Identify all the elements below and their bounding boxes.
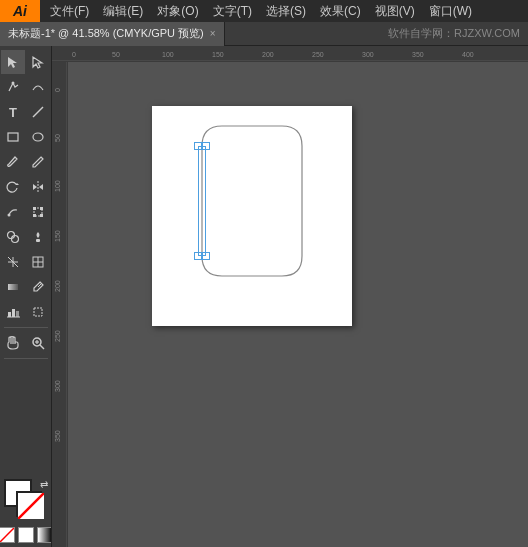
tool-row-graph — [1, 300, 50, 324]
live-paint-tool[interactable] — [26, 225, 50, 249]
color-area: ⇄ — [0, 479, 52, 543]
svg-rect-25 — [8, 284, 18, 290]
tool-row-shapebuilder — [1, 225, 50, 249]
svg-point-2 — [12, 82, 15, 85]
ellipse-tool[interactable] — [26, 125, 50, 149]
pencil-tool[interactable] — [26, 150, 50, 174]
svg-rect-15 — [40, 214, 43, 217]
mesh-tool[interactable] — [26, 250, 50, 274]
stroke-color[interactable] — [16, 491, 42, 517]
artboard-tool[interactable] — [26, 300, 50, 324]
svg-marker-1 — [33, 57, 42, 68]
tab-bar: 未标题-1* @ 41.58% (CMYK/GPU 预览) × 软件自学网：RJ… — [0, 22, 528, 46]
svg-line-38 — [0, 528, 14, 542]
free-transform-tool[interactable] — [26, 200, 50, 224]
menu-items: 文件(F) 编辑(E) 对象(O) 文字(T) 选择(S) 效果(C) 视图(V… — [40, 1, 478, 22]
color-options — [0, 527, 52, 543]
svg-rect-4 — [8, 133, 18, 141]
color-squares: ⇄ — [4, 479, 48, 523]
svg-text:250: 250 — [54, 330, 61, 342]
perspective-grid-tool[interactable] — [1, 250, 25, 274]
svg-rect-28 — [12, 309, 15, 317]
svg-rect-27 — [8, 312, 11, 317]
svg-text:0: 0 — [54, 88, 61, 92]
menu-type[interactable]: 文字(T) — [207, 1, 258, 22]
svg-marker-9 — [39, 184, 43, 190]
svg-point-5 — [33, 133, 43, 141]
gradient-tool[interactable] — [1, 275, 25, 299]
tool-row-type: T — [1, 100, 50, 124]
shape-builder-tool[interactable] — [1, 225, 25, 249]
svg-text:50: 50 — [54, 134, 61, 142]
tab-close-button[interactable]: × — [210, 28, 216, 39]
tool-row-gradient — [1, 275, 50, 299]
toolbar-divider — [4, 327, 48, 328]
type-tool[interactable]: T — [1, 100, 25, 124]
svg-point-16 — [8, 232, 15, 239]
menu-object[interactable]: 对象(O) — [151, 1, 204, 22]
color-option[interactable] — [18, 527, 34, 543]
main-layout: T — [0, 46, 528, 547]
eyedropper-tool[interactable] — [26, 275, 50, 299]
svg-text:350: 350 — [412, 51, 424, 58]
menu-window[interactable]: 窗口(W) — [423, 1, 478, 22]
svg-rect-13 — [40, 207, 43, 210]
column-graph-tool[interactable] — [1, 300, 25, 324]
svg-point-10 — [8, 214, 11, 217]
swap-colors-icon[interactable]: ⇄ — [40, 479, 48, 490]
svg-text:100: 100 — [162, 51, 174, 58]
active-tab[interactable]: 未标题-1* @ 41.58% (CMYK/GPU 预览) × — [0, 22, 225, 46]
selection-box — [198, 146, 206, 256]
none-option[interactable] — [0, 527, 15, 543]
canvas-area[interactable]: 0 50 100 150 200 250 300 350 400 0 50 10… — [52, 46, 528, 547]
menu-effect[interactable]: 效果(C) — [314, 1, 367, 22]
warp-tool[interactable] — [1, 200, 25, 224]
rect-tool[interactable] — [1, 125, 25, 149]
tool-row-brush — [1, 150, 50, 174]
svg-text:200: 200 — [54, 280, 61, 292]
tool-row-warp — [1, 200, 50, 224]
svg-text:350: 350 — [54, 430, 61, 442]
svg-text:400: 400 — [462, 51, 474, 58]
rotate-tool[interactable] — [1, 175, 25, 199]
artboard — [152, 106, 352, 326]
svg-line-33 — [40, 345, 44, 349]
menu-edit[interactable]: 编辑(E) — [97, 1, 149, 22]
zoom-tool[interactable] — [26, 331, 50, 355]
paintbrush-tool[interactable] — [1, 150, 25, 174]
svg-line-26 — [38, 284, 41, 287]
selection-tool[interactable] — [1, 50, 25, 74]
curvature-tool[interactable] — [26, 75, 50, 99]
menu-select[interactable]: 选择(S) — [260, 1, 312, 22]
svg-marker-8 — [33, 184, 37, 190]
tab-title: 未标题-1* @ 41.58% (CMYK/GPU 预览) — [8, 26, 204, 41]
menu-view[interactable]: 视图(V) — [369, 1, 421, 22]
hand-tool[interactable] — [1, 331, 25, 355]
svg-rect-31 — [34, 308, 42, 316]
svg-text:200: 200 — [262, 51, 274, 58]
line-tool[interactable] — [26, 100, 50, 124]
watermark: 软件自学网：RJZXW.COM — [388, 26, 528, 41]
svg-rect-14 — [33, 214, 36, 217]
svg-rect-12 — [33, 207, 36, 210]
svg-text:100: 100 — [54, 180, 61, 192]
app-logo: Ai — [0, 0, 40, 22]
direct-selection-tool[interactable] — [26, 50, 50, 74]
svg-text:50: 50 — [112, 51, 120, 58]
selection-container — [198, 146, 206, 256]
svg-point-17 — [12, 236, 19, 243]
menu-bar: Ai 文件(F) 编辑(E) 对象(O) 文字(T) 选择(S) 效果(C) 视… — [0, 0, 528, 22]
gradient-option[interactable] — [37, 527, 53, 543]
tool-row-shapes — [1, 125, 50, 149]
tool-row-selection — [1, 50, 50, 74]
pen-tool[interactable] — [1, 75, 25, 99]
svg-marker-0 — [8, 57, 17, 68]
reflect-tool[interactable] — [26, 175, 50, 199]
svg-text:150: 150 — [54, 230, 61, 242]
tool-row-mesh — [1, 250, 50, 274]
toolbar-divider-2 — [4, 358, 48, 359]
svg-rect-39 — [38, 528, 52, 542]
menu-file[interactable]: 文件(F) — [44, 1, 95, 22]
svg-text:0: 0 — [72, 51, 76, 58]
svg-text:250: 250 — [312, 51, 324, 58]
